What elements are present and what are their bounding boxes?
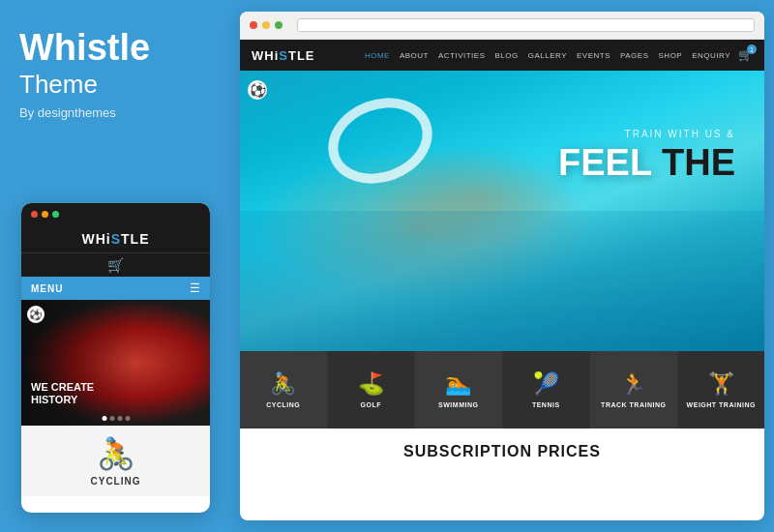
mobile-hero-text: WE CREATE HISTORY: [31, 381, 94, 406]
cycling-label: CYCLING: [91, 476, 141, 487]
mobile-menu-label: MENU: [31, 283, 63, 294]
nav-link-activities[interactable]: ACTIVITIES: [438, 51, 486, 60]
browser-chrome: [240, 12, 764, 40]
mobile-hero-pagination: [102, 416, 130, 421]
tennis-icon: 🎾: [533, 371, 559, 397]
golf-icon: ⛳: [358, 371, 384, 397]
nav-link-events[interactable]: EVENTS: [577, 51, 610, 60]
mobile-cycling-section: 🚴 CYCLING: [21, 426, 210, 496]
site-logo: WHiSTLE: [252, 48, 315, 63]
app-author: By designthemes: [19, 105, 213, 120]
tennis-activity-label: TENNIS: [532, 401, 560, 408]
browser-dot-yellow[interactable]: [262, 21, 270, 29]
nav-link-about[interactable]: ABOUT: [400, 51, 429, 60]
nav-link-enquiry[interactable]: ENQUIRY: [692, 51, 730, 60]
browser-url-bar[interactable]: [297, 18, 755, 32]
main-browser-window: WHiSTLE HOME ABOUT ACTIVITIES BLOG GALLE…: [240, 12, 764, 520]
hero-main-text: FEEL THE: [558, 144, 735, 181]
track-icon: 🏃: [620, 371, 646, 397]
hero-section: ⚽ TRAIN WITH US & FEEL THE: [240, 71, 764, 351]
cycling-activity-label: CYCLING: [266, 401, 300, 408]
soccer-ball-icon: ⚽: [248, 80, 267, 100]
hero-tagline: TRAIN WITH US &: [558, 129, 735, 139]
cycling-icon-large: 🚴: [97, 435, 135, 472]
activity-weight[interactable]: 🏋 WEIGHT TRAINING: [678, 351, 765, 429]
hero-the: THE: [662, 142, 735, 183]
track-activity-label: TRACK TRAINING: [601, 401, 666, 408]
app-title: Whistle: [19, 29, 213, 66]
swimming-activity-label: SWIMMING: [438, 401, 478, 408]
dot-yellow: [42, 211, 48, 218]
subscription-title: SUBSCRIPTION PRICES: [254, 443, 750, 460]
cart-button[interactable]: 🛒 1: [738, 48, 753, 62]
nav-link-blog[interactable]: BLOG: [495, 51, 519, 60]
activity-golf[interactable]: ⛳ GOLF: [328, 351, 416, 429]
browser-dot-green[interactable]: [275, 21, 283, 29]
subscription-section: SUBSCRIPTION PRICES: [240, 429, 764, 475]
activity-tennis[interactable]: 🎾 TENNIS: [503, 351, 591, 429]
browser-dot-red[interactable]: [250, 21, 257, 29]
cart-count: 1: [747, 44, 757, 54]
mobile-cart-row: 🛒: [21, 253, 210, 277]
golf-activity-label: GOLF: [361, 401, 381, 408]
dot-red: [31, 211, 38, 218]
mobile-soccer-icon: ⚽: [27, 306, 45, 323]
app-subtitle: Theme: [19, 70, 213, 100]
mobile-cart-icon: 🛒: [107, 257, 124, 273]
mobile-card-header: [21, 203, 210, 223]
mobile-hero-image: ⚽ WE CREATE HISTORY: [21, 300, 210, 426]
activity-track[interactable]: 🏃 TRACK TRAINING: [590, 351, 678, 429]
left-panel: Whistle Theme By designthemes WHiSTLE 🛒 …: [0, 0, 232, 532]
activities-bar: 🚴 CYCLING ⛳ GOLF 🏊 SWIMMING 🎾 TENNIS 🏃 T…: [240, 351, 764, 429]
activity-cycling[interactable]: 🚴 CYCLING: [240, 351, 328, 429]
nav-link-shop[interactable]: SHOP: [659, 51, 683, 60]
weight-activity-label: WEIGHT TRAINING: [687, 401, 756, 408]
activity-swimming[interactable]: 🏊 SWIMMING: [415, 351, 503, 429]
mobile-menu-bar[interactable]: MENU ☰: [21, 277, 210, 300]
hero-feel: FEEL: [558, 142, 651, 183]
swimming-icon: 🏊: [445, 371, 471, 397]
site-nav: WHiSTLE HOME ABOUT ACTIVITIES BLOG GALLE…: [240, 40, 764, 71]
nav-link-pages[interactable]: PAGES: [620, 51, 648, 60]
dot-green: [52, 211, 59, 218]
weight-icon: 🏋: [708, 371, 734, 397]
nav-link-gallery[interactable]: GALLERY: [528, 51, 567, 60]
hamburger-icon[interactable]: ☰: [190, 281, 200, 295]
nav-links: HOME ABOUT ACTIVITIES BLOG GALLERY EVENT…: [365, 51, 730, 60]
mobile-preview-card: WHiSTLE 🛒 MENU ☰ ⚽ WE CREATE HISTORY: [21, 203, 210, 513]
nav-link-home[interactable]: HOME: [365, 51, 390, 60]
cycling-icon: 🚴: [270, 371, 296, 397]
mobile-logo: WHiSTLE: [21, 223, 210, 253]
hero-text-block: TRAIN WITH US & FEEL THE: [558, 129, 735, 181]
